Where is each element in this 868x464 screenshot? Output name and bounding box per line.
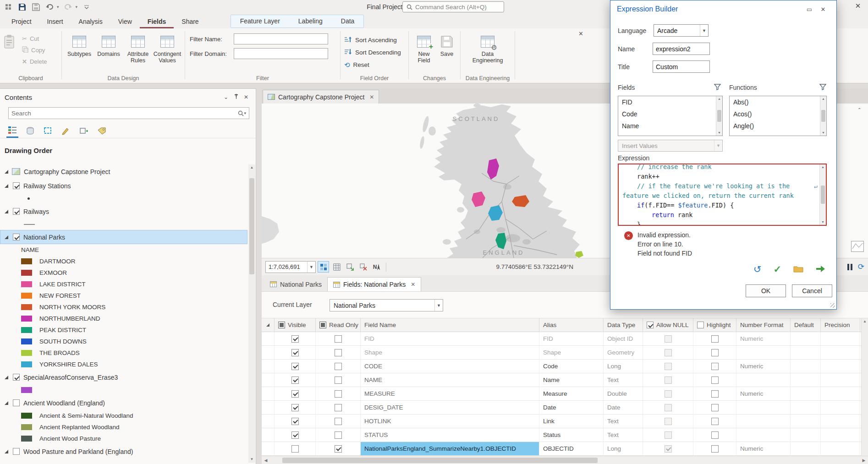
field-row-code[interactable]: CODECodeLongNumeric — [262, 360, 868, 373]
north-arrow-icon[interactable]: N — [371, 261, 382, 273]
filter-name-input[interactable] — [234, 33, 328, 44]
undo-dropdown-icon[interactable]: ▾ — [57, 5, 59, 9]
map-overview-icon[interactable] — [851, 241, 864, 252]
field-row-measure[interactable]: MEASUREMeasureDoubleNumeric — [262, 387, 868, 401]
current-layer-combo[interactable]: National Parks ▼ — [330, 299, 443, 311]
field-name-cell[interactable]: Shape — [361, 346, 539, 359]
read-only-checkbox[interactable] — [335, 445, 342, 453]
resize-grip[interactable] — [830, 303, 835, 308]
row-selector[interactable] — [262, 401, 275, 414]
field-row-nationalparksengland-summarizenearby1-objectid[interactable]: NationalParksEngland_SummarizeNearby1.OB… — [262, 442, 868, 456]
column-header-number-format[interactable]: Number Format — [736, 318, 791, 332]
ribbon-tab-fields[interactable]: Fields — [140, 15, 174, 28]
reset-expression-icon[interactable]: ↺ — [753, 264, 762, 274]
allow-null-checkbox[interactable] — [665, 404, 672, 411]
allow-null-checkbox[interactable] — [665, 363, 672, 370]
reset-button[interactable]: ⟲ Reset — [344, 59, 405, 71]
ribbon-tab-labeling[interactable]: Labeling — [289, 15, 332, 27]
alias-cell[interactable]: Status — [539, 428, 604, 442]
data-type-cell[interactable]: Text — [604, 428, 643, 442]
number-format-cell[interactable] — [736, 346, 791, 359]
ribbon-tab-share[interactable]: Share — [174, 15, 206, 28]
number-format-cell[interactable] — [736, 401, 791, 414]
expression-title-input[interactable] — [653, 60, 710, 73]
column-checkbox[interactable] — [647, 322, 654, 328]
visible-checkbox[interactable] — [291, 377, 299, 384]
expander-icon[interactable] — [5, 376, 8, 379]
read-only-checkbox[interactable] — [335, 431, 342, 439]
read-only-checkbox[interactable] — [335, 377, 342, 384]
list-scrollbar[interactable]: ▲▼ — [716, 96, 722, 136]
visible-checkbox[interactable] — [291, 431, 299, 439]
cancel-button[interactable]: Cancel — [792, 284, 832, 297]
highlight-checkbox[interactable] — [711, 349, 719, 356]
row-selector[interactable] — [262, 428, 275, 442]
row-selector[interactable] — [262, 332, 275, 345]
scrollbar-thumb[interactable] — [282, 458, 598, 463]
layer-visibility-checkbox[interactable] — [13, 374, 20, 381]
new-field-button[interactable]: + New Field — [412, 31, 436, 64]
scroll-up-icon[interactable]: ▲ — [862, 318, 868, 325]
field-name-cell[interactable]: MEASURE — [361, 387, 539, 400]
layer-visibility-checkbox[interactable] — [13, 234, 20, 240]
contents-search-box[interactable]: ▾ — [8, 107, 249, 119]
dialog-title-bar[interactable]: Expression Builder ▭ ✕ — [610, 0, 836, 18]
list-by-data-source-icon[interactable] — [24, 124, 36, 138]
subtypes-button[interactable]: Subtypes — [65, 31, 94, 64]
allow-null-checkbox[interactable] — [665, 431, 672, 439]
tree-layer-railways[interactable]: Railways — [0, 204, 247, 218]
column-header-read-only[interactable]: Read Only — [316, 318, 361, 332]
column-header-default[interactable]: Default — [791, 318, 821, 332]
number-format-cell[interactable] — [736, 428, 791, 442]
column-header-visible[interactable]: Visible — [275, 318, 316, 332]
highlight-checkbox[interactable] — [711, 335, 719, 343]
sort-descending-button[interactable]: Sort Descending — [344, 46, 405, 59]
save-as-icon[interactable] — [31, 2, 40, 11]
allow-null-checkbox[interactable] — [665, 377, 672, 384]
field-row-desig-date[interactable]: DESIG_DATEDateDate — [262, 401, 868, 415]
pause-drawing-icon[interactable] — [847, 264, 852, 270]
fields-listbox[interactable]: FIDCodeName ▲▼ — [618, 96, 723, 136]
ribbon-tab-view[interactable]: View — [110, 15, 140, 28]
language-select[interactable]: Arcade ▼ — [654, 24, 709, 37]
column-checkbox[interactable] — [278, 322, 285, 328]
expander-icon[interactable] — [5, 184, 8, 188]
grid-vertical-scrollbar[interactable]: ▲ — [861, 318, 868, 456]
field-item-code[interactable]: Code — [618, 108, 716, 120]
scrollbar-thumb[interactable] — [249, 178, 254, 274]
pane-close-icon[interactable]: ✕ — [578, 30, 583, 37]
scroll-right-icon[interactable]: ▶ — [860, 458, 868, 463]
allow-null-checkbox[interactable] — [665, 349, 672, 356]
fields-filter-icon[interactable] — [714, 84, 721, 91]
contingent-values-button[interactable]: Contingent Values — [153, 31, 182, 64]
list-by-snapping-icon[interactable] — [78, 124, 90, 138]
visible-checkbox[interactable] — [291, 349, 299, 356]
visible-checkbox[interactable] — [291, 418, 299, 425]
data-type-cell[interactable]: Geometry — [604, 346, 643, 359]
customize-toolbar-icon[interactable] — [82, 2, 91, 11]
list-scrollbar[interactable]: ▲▼ — [820, 96, 826, 136]
data-type-cell[interactable]: Double — [604, 387, 643, 400]
list-by-editing-icon[interactable] — [60, 124, 72, 138]
column-header-highlight[interactable]: Highlight — [693, 318, 736, 332]
read-only-checkbox[interactable] — [335, 404, 342, 411]
field-name-cell[interactable]: HOTLINK — [361, 415, 539, 428]
alias-cell[interactable]: Code — [539, 360, 604, 373]
layer-visibility-checkbox[interactable] — [13, 208, 20, 215]
alias-cell[interactable]: Date — [539, 401, 604, 414]
alias-cell[interactable]: OBJECTID — [539, 442, 604, 455]
data-type-cell[interactable]: Object ID — [604, 332, 643, 345]
pane-menu-icon[interactable]: ⌄ — [221, 94, 231, 100]
read-only-checkbox[interactable] — [335, 349, 342, 356]
menu-grid-icon[interactable] — [4, 2, 13, 11]
attribute-rules-button[interactable]: Attribute Rules — [123, 31, 153, 64]
expression-name-input[interactable] — [653, 43, 710, 55]
read-only-checkbox[interactable] — [335, 363, 342, 370]
column-header-alias[interactable]: Alias — [539, 318, 604, 332]
layer-visibility-checkbox[interactable] — [13, 182, 20, 189]
chevron-down-icon[interactable]: ▼ — [307, 262, 315, 273]
attribute-table-icon[interactable] — [331, 261, 342, 273]
number-format-cell[interactable]: Numeric — [736, 360, 791, 373]
column-header-allow-null[interactable]: Allow NULL — [643, 318, 693, 332]
redo-icon[interactable] — [64, 2, 73, 11]
